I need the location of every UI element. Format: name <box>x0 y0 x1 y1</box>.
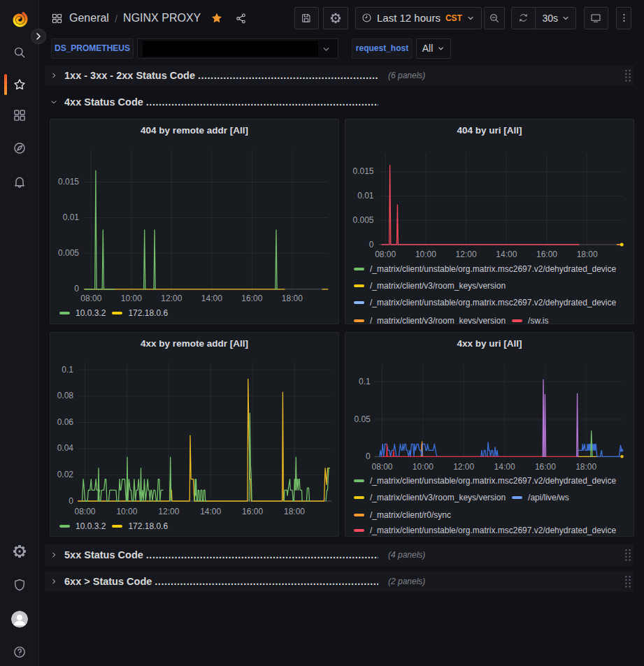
svg-text:16:00: 16:00 <box>535 462 556 472</box>
svg-text:12:00: 12:00 <box>161 294 182 303</box>
svg-text:0.1: 0.1 <box>62 365 73 375</box>
svg-text:0.01: 0.01 <box>63 212 80 222</box>
svg-text:10:00: 10:00 <box>116 507 137 516</box>
svg-text:0.005: 0.005 <box>58 248 79 258</box>
svg-text:12:00: 12:00 <box>158 507 179 516</box>
svg-text:18:00: 18:00 <box>282 294 303 303</box>
svg-text:16:00: 16:00 <box>242 507 263 516</box>
svg-text:14:00: 14:00 <box>201 294 222 303</box>
svg-text:0.06: 0.06 <box>57 417 74 427</box>
svg-text:10:00: 10:00 <box>415 249 436 259</box>
svg-text:0: 0 <box>74 284 79 294</box>
svg-text:0.015: 0.015 <box>352 166 373 176</box>
svg-text:14:00: 14:00 <box>200 507 221 516</box>
svg-text:08:00: 08:00 <box>74 507 95 516</box>
svg-text:0.02: 0.02 <box>57 470 74 479</box>
svg-text:0.05: 0.05 <box>354 414 371 424</box>
svg-text:10:00: 10:00 <box>121 294 142 303</box>
svg-text:16:00: 16:00 <box>536 249 557 259</box>
svg-text:18:00: 18:00 <box>577 249 598 259</box>
svg-text:0.08: 0.08 <box>57 391 74 400</box>
svg-text:10:00: 10:00 <box>413 462 434 472</box>
svg-text:08:00: 08:00 <box>80 294 101 303</box>
svg-text:16:00: 16:00 <box>241 294 262 303</box>
svg-text:0.015: 0.015 <box>58 177 79 187</box>
svg-text:12:00: 12:00 <box>456 249 477 259</box>
svg-text:0.01: 0.01 <box>357 191 374 201</box>
svg-text:18:00: 18:00 <box>575 462 596 472</box>
svg-text:0: 0 <box>369 240 374 249</box>
svg-text:0: 0 <box>366 451 371 461</box>
svg-text:0: 0 <box>69 496 73 506</box>
svg-text:08:00: 08:00 <box>375 249 396 259</box>
svg-text:08:00: 08:00 <box>371 462 392 472</box>
svg-text:0.005: 0.005 <box>352 215 373 225</box>
svg-text:0.1: 0.1 <box>359 377 371 386</box>
svg-text:12:00: 12:00 <box>453 462 474 472</box>
svg-text:18:00: 18:00 <box>284 507 305 516</box>
svg-text:0.04: 0.04 <box>57 443 74 453</box>
svg-text:14:00: 14:00 <box>496 249 517 259</box>
svg-text:14:00: 14:00 <box>494 462 515 472</box>
